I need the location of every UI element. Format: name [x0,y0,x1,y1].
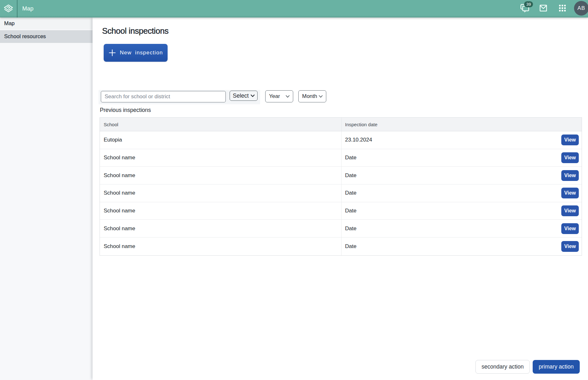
secondary-action-button[interactable]: secondary action [475,360,530,374]
search-input[interactable] [101,91,226,102]
year-dropdown-label: Year [269,93,280,100]
view-button[interactable]: View [561,223,579,234]
chevron-down-icon [319,95,323,98]
table-row: School name Date View [100,149,582,167]
cell-school: School name [100,220,342,237]
table-row: School name Date View [100,184,582,202]
cell-inspection-date: Date View [342,202,582,220]
cell-inspection-date: Date View [342,220,582,237]
grid-dot [562,10,563,11]
view-button[interactable]: View [561,152,579,163]
avatar[interactable]: AB [574,1,588,16]
notification-badge: 39 [524,1,533,7]
cell-date-text: 23.10.2024 [345,137,372,143]
select-dropdown-label: Select [233,93,249,99]
footer-actions: secondary action primary action [475,360,580,374]
grid-dot [559,7,561,9]
cell-date-text: Date [345,243,356,250]
inspections-table: School Inspection date Eutopia 23.10.202… [100,117,582,256]
table-row: School name Date View [100,238,582,255]
chevron-down-icon [286,95,290,98]
table-row: Eutopia 23.10.2024 View [100,131,582,149]
apps-grid-button[interactable] [559,5,566,11]
sidebar-item-school-resources[interactable]: School resources [0,30,93,43]
month-dropdown-label: Month [302,93,317,100]
topbar-title: Map [22,0,33,17]
grid-dot [564,10,566,11]
grid-dot [559,10,561,11]
cell-school: School name [100,202,342,220]
plus-icon [108,49,116,57]
top-bar: Map 39 AB [0,0,588,17]
cell-date-text: Date [345,208,356,214]
table-row: School name Date View [100,167,582,184]
cell-date-text: Date [345,155,356,161]
view-button[interactable]: View [561,205,579,216]
view-button[interactable]: View [561,135,579,145]
view-button[interactable]: View [561,188,579,198]
filter-panel: Select [99,90,260,104]
new-inspection-label: New inspection [120,50,163,56]
cell-inspection-date: Date View [342,167,582,184]
grid-dot [564,5,566,6]
view-button[interactable]: View [561,241,579,252]
cell-inspection-date: Date View [342,149,582,167]
view-button[interactable]: View [561,170,579,181]
cell-inspection-date: Date View [342,238,582,255]
cell-inspection-date: Date View [342,184,582,202]
grid-dot [562,5,563,6]
mail-button[interactable] [540,5,547,12]
column-header-inspection-date: Inspection date [342,118,582,131]
primary-action-button[interactable]: primary action [533,360,580,374]
grid-dot [559,5,561,6]
previous-inspections-label: Previous inspections [100,107,151,114]
chevron-down-icon [251,94,255,97]
mail-icon [540,5,547,11]
table-row: School name Date View [100,220,582,238]
cell-inspection-date: 23.10.2024 View [342,131,582,149]
month-dropdown[interactable]: Month [298,90,326,102]
year-dropdown[interactable]: Year [265,90,293,102]
grid-dot [564,7,566,9]
page-title: School inspections [102,25,169,36]
grid-dot [562,7,563,9]
cell-date-text: Date [345,190,356,196]
column-header-school: School [100,118,342,131]
table-header-row: School Inspection date [100,118,582,131]
cell-school: School name [100,167,342,184]
cell-school: School name [100,238,342,255]
cell-date-text: Date [345,225,356,232]
layers-icon [3,4,13,14]
main-content: School inspections New inspection Select… [93,17,588,380]
cell-school: School name [100,149,342,167]
cell-date-text: Date [345,172,356,179]
sidebar-item-map[interactable]: Map [0,17,93,29]
new-inspection-button[interactable]: New inspection [104,44,168,62]
cell-school: School name [100,184,342,202]
select-dropdown[interactable]: Select [230,91,258,101]
app-logo[interactable] [0,0,17,17]
cell-school: Eutopia [100,131,342,149]
table-row: School name Date View [100,202,582,220]
sidebar: MapSchool resources [0,17,93,380]
